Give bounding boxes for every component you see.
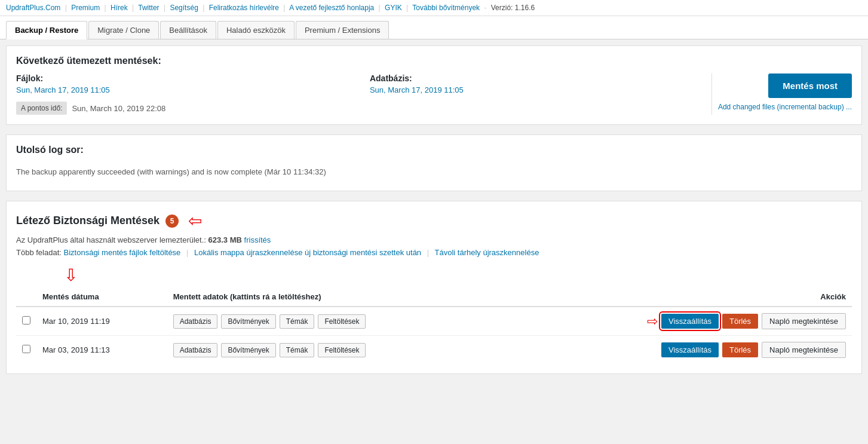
row2-btn-bovitmenyek[interactable]: Bővítmények — [221, 343, 275, 357]
top-bar: UpdraftPlus.Com | Premium | Hírek | Twit… — [0, 0, 868, 16]
db-date: Sun, March 17, 2019 11:05 — [370, 85, 706, 94]
row1-checkbox-cell — [16, 307, 36, 336]
arrow-left-indicator: ⇦ — [188, 211, 202, 231]
col-actions: Akciók — [504, 287, 852, 307]
arrow-down-indicator: ⇩ — [64, 265, 78, 285]
topbar-link-updraftplus[interactable]: UpdraftPlus.Com — [6, 4, 60, 12]
row2-actions: Visszaállítás Törlés Napló megtekintése — [504, 336, 852, 365]
disk-size: 623.3 MB — [208, 235, 242, 244]
table-row: Mar 03, 2019 11:13 Adatbázis Bővítmények… — [16, 336, 852, 365]
topbar-link-premium[interactable]: Premium — [71, 4, 100, 12]
task3-link[interactable]: Távoli tárhely újraszkennelése — [435, 248, 539, 257]
db-block: Adatbázis: Sun, March 17, 2019 11:05 — [370, 74, 706, 115]
existing-backups-section: Létező Biztonsági Mentések 5 ⇦ Az Updraf… — [6, 201, 862, 374]
scheduled-title: Következő ütemezett mentések: — [16, 56, 852, 66]
exact-time-row: A pontos idő: Sun, March 10, 2019 22:08 — [16, 102, 352, 115]
row1-log-button[interactable]: Napló megtekintése — [762, 313, 846, 329]
row2-delete-button[interactable]: Törlés — [722, 342, 758, 357]
topbar-link-gyik[interactable]: GYIK — [385, 4, 402, 12]
backup-count-badge: 5 — [165, 215, 179, 228]
row1-actions: ⇨ Visszaállítás Törlés Napló megtekintés… — [504, 307, 852, 336]
topbar-link-bovitmenyek[interactable]: További bővítmények — [412, 4, 480, 12]
row1-btn-feltoltesek[interactable]: Feltöltések — [318, 314, 366, 329]
topbar-link-hirek[interactable]: Hírek — [111, 4, 128, 12]
tab-beallitasok[interactable]: Beállítások — [160, 21, 216, 39]
col-checkbox — [16, 287, 36, 307]
topbar-link-vezeto[interactable]: A vezető fejlesztő honlapja — [289, 4, 374, 12]
existing-backups-title: Létező Biztonsági Mentések — [16, 215, 160, 227]
last-log-section: Utolsó log sor: The backup apparently su… — [6, 134, 862, 191]
row1-btn-bovitmenyek[interactable]: Bővítmények — [221, 314, 275, 329]
row2-checkbox-cell — [16, 336, 36, 365]
row2-btn-temak[interactable]: Témák — [280, 343, 315, 357]
log-text: The backup apparently succeeded (with wa… — [16, 163, 852, 181]
row1-data-btns: Adatbázis Bővítmények Témák Feltöltések — [167, 307, 505, 336]
topbar-link-feliratkozas[interactable]: Feliratkozás hírlevélre — [209, 4, 279, 12]
tab-halado-eszkozok[interactable]: Haladó eszközök — [217, 21, 295, 39]
scheduled-info: Fájlok: Sun, March 17, 2019 11:05 A pont… — [16, 74, 706, 115]
section-divider — [711, 74, 712, 115]
log-title: Utolsó log sor: — [16, 145, 852, 155]
existing-backups-header: Létező Biztonsági Mentések 5 ⇦ — [16, 211, 852, 231]
row2-data-btns: Adatbázis Bővítmények Témák Feltöltések — [167, 336, 505, 365]
task2-link[interactable]: Lokális mappa újraszkennelése új biztons… — [194, 248, 421, 257]
row1-delete-button[interactable]: Törlés — [722, 314, 758, 329]
tasks-row: Több feladat: Biztonsági mentés fájlok f… — [16, 248, 852, 257]
col-date: Mentés dátuma — [36, 287, 167, 307]
exact-time-value: Sun, March 10, 2019 22:08 — [72, 104, 165, 113]
row1-btn-temak[interactable]: Témák — [280, 314, 315, 329]
files-block: Fájlok: Sun, March 17, 2019 11:05 A pont… — [16, 74, 352, 115]
scheduled-backups-section: Következő ütemezett mentések: Fájlok: Su… — [6, 45, 862, 125]
backup-table: Mentés dátuma Mentett adatok (kattints r… — [16, 287, 852, 364]
incremental-link[interactable]: Add changed files (incremental backup) .… — [718, 103, 852, 111]
disk-info-label: Az UpdraftPlus által használt webszerver… — [16, 235, 206, 244]
tabs-bar: Backup / Restore Migrate / Clone Beállít… — [0, 16, 868, 39]
row2-date: Mar 03, 2019 11:13 — [36, 336, 167, 365]
table-row: Mar 10, 2019 11:19 Adatbázis Bővítmények… — [16, 307, 852, 336]
arrow-right-indicator: ⇨ — [647, 314, 658, 329]
refresh-link[interactable]: frissítés — [244, 235, 271, 244]
row1-date: Mar 10, 2019 11:19 — [36, 307, 167, 336]
db-label: Adatbázis: — [370, 74, 706, 83]
files-date: Sun, March 17, 2019 11:05 — [16, 85, 352, 94]
files-label: Fájlok: — [16, 74, 352, 83]
exact-time-badge: A pontos idő: — [16, 102, 67, 115]
main-content: Következő ütemezett mentések: Fájlok: Su… — [0, 39, 868, 380]
tab-backup-restore[interactable]: Backup / Restore — [6, 21, 87, 39]
tab-migrate-clone[interactable]: Migrate / Clone — [88, 21, 159, 39]
row1-restore-button[interactable]: Visszaállítás — [661, 314, 719, 329]
row2-btn-feltoltesek[interactable]: Feltöltések — [318, 343, 366, 357]
row1-btn-adatbazis[interactable]: Adatbázis — [173, 314, 218, 329]
backup-now-button[interactable]: Mentés most — [768, 74, 852, 98]
row2-btn-adatbazis[interactable]: Adatbázis — [173, 343, 218, 357]
tab-premium-extensions[interactable]: Premium / Extensions — [296, 21, 389, 39]
col-data: Mentett adatok (kattints rá a letöltéshe… — [167, 287, 505, 307]
disk-info: Az UpdraftPlus által használt webszerver… — [16, 235, 852, 244]
row2-restore-button[interactable]: Visszaállítás — [661, 342, 719, 357]
task1-link[interactable]: Biztonsági mentés fájlok feltöltése — [64, 248, 181, 257]
row2-checkbox[interactable] — [22, 345, 30, 353]
tasks-label: Több feladat: — [16, 248, 62, 257]
row1-checkbox[interactable] — [22, 316, 30, 324]
arrow-down-area: ⇩ — [16, 265, 852, 285]
row2-log-button[interactable]: Napló megtekintése — [762, 342, 846, 358]
topbar-link-segitseg[interactable]: Segítség — [170, 4, 198, 12]
topbar-link-twitter[interactable]: Twitter — [138, 4, 159, 12]
topbar-version: Verzió: 1.16.6 — [491, 4, 535, 12]
backup-now-area: Mentés most Add changed files (increment… — [718, 74, 852, 111]
